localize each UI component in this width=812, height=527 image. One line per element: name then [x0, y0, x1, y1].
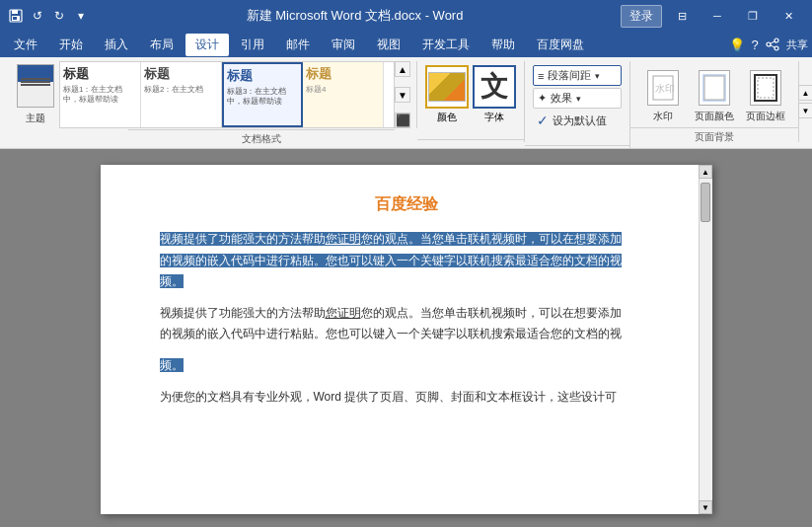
document-area: 百度经验 视频提供了功能强大的方法帮助您证明您的观点。当您单击联机视频时，可以在… — [0, 149, 812, 527]
page-color-label: 页面颜色 — [695, 110, 734, 123]
para2-text2: 您证明 — [326, 306, 361, 320]
doc-scroll-thumb[interactable] — [701, 183, 710, 222]
theme-label: 主题 — [26, 112, 45, 125]
tell-me-icon[interactable]: 💡 — [729, 37, 745, 52]
doc-page[interactable]: 百度经验 视频提供了功能强大的方法帮助您证明您的观点。当您单击联机视频时，可以在… — [101, 165, 712, 514]
redo-icon[interactable]: ↻ — [51, 8, 67, 24]
para1-text2: 您证明 — [326, 232, 361, 246]
para-spacing-label: 段落间距 — [548, 68, 591, 83]
undo-icon[interactable]: ↺ — [30, 8, 45, 24]
svg-line-7 — [771, 41, 775, 43]
check-icon: ✓ — [537, 113, 549, 128]
para4-text1: 为便您的文档具有专业外观，Word 提供了页眉、页脚、封面和文本框设计，这些设计… — [160, 390, 618, 404]
svg-rect-3 — [13, 17, 17, 20]
doc-para-4[interactable]: 为便您的文档具有专业外观，Word 提供了页眉、页脚、封面和文本框设计，这些设计… — [160, 387, 653, 409]
style-item-3[interactable]: 标题 标题3：在主文档 中，标题帮助读 — [222, 62, 303, 127]
watermark-label: 水印 — [653, 110, 673, 123]
doc-para-3[interactable]: 频。 — [160, 355, 653, 377]
menu-insert[interactable]: 插入 — [95, 34, 138, 56]
menu-layout[interactable]: 布局 — [140, 34, 184, 56]
theme-main-button[interactable]: 主题 — [12, 61, 59, 128]
para1-text1: 视频提供了功能强大的方法帮助 — [160, 232, 326, 246]
login-button[interactable]: 登录 — [621, 5, 662, 28]
para1-text4: 的视频的嵌入代码中进行粘贴。您也可以键入一个关键字以联机搜索最适合您的文档的视 — [160, 254, 622, 267]
para-spacing-button[interactable]: ≡ 段落间距 ▾ — [533, 65, 622, 86]
share-icon[interactable] — [765, 37, 780, 52]
set-default-button[interactable]: ✓ 设为默认值 — [533, 111, 622, 130]
page-color-icon — [699, 70, 730, 106]
page-border-button[interactable]: 页面边框 — [741, 65, 790, 128]
customize-icon[interactable]: ▾ — [73, 8, 89, 24]
style-scroll-down[interactable]: ▼ — [395, 87, 410, 103]
minimize-button[interactable]: ─ — [701, 0, 733, 32]
help-icon[interactable]: ? — [747, 37, 763, 52]
ribbon-scroll-up[interactable]: ▲ — [798, 85, 813, 101]
para1-text3: 您的观点。当您单击联机视频时，可以在想要添加 — [361, 232, 622, 246]
style-scroll-expand[interactable]: ⬛ — [395, 113, 410, 128]
font-button[interactable]: 文 — [473, 65, 516, 109]
effects-label: 效果 — [551, 91, 572, 106]
style-item-4[interactable]: 标题 标题4 — [303, 62, 384, 127]
title-bar: ↺ ↻ ▾ 新建 Microsoft Word 文档.docx - Word 登… — [0, 0, 812, 32]
color-label: 颜色 — [437, 111, 457, 124]
svg-point-5 — [775, 46, 778, 50]
para1-text5: 频。 — [160, 274, 184, 288]
page-border-label: 页面边框 — [746, 110, 785, 123]
pagebg-label: 页面背景 — [695, 131, 734, 142]
menu-mailings[interactable]: 邮件 — [276, 34, 320, 56]
ribbon-group-para: ≡ 段落间距 ▾ ✦ 效果 ▾ ✓ 设为默认值 — [525, 61, 630, 148]
title-bar-title: 新建 Microsoft Word 文档.docx - Word — [89, 7, 621, 25]
restore-button[interactable]: ❐ — [737, 0, 769, 32]
ribbon: 主题 标题 标题1：在主文档 中，标题帮助读 标题 标题2：在主文档 标题 — [0, 57, 812, 149]
font-label: 字体 — [484, 111, 504, 124]
docformat-label: 文档格式 — [128, 129, 395, 146]
para2-text3: 您的观点。当您单击联机视频时，可以在想要添加 — [361, 306, 622, 320]
style-item-2[interactable]: 标题 标题2：在主文档 — [141, 62, 222, 127]
effects-button[interactable]: ✦ 效果 ▾ — [533, 88, 622, 109]
svg-rect-1 — [12, 10, 18, 14]
share-label[interactable]: 共享 — [786, 38, 808, 52]
doc-title: 百度经验 — [160, 194, 653, 215]
save-icon[interactable] — [8, 8, 24, 24]
menu-file[interactable]: 文件 — [4, 34, 47, 56]
para2-text1: 视频提供了功能强大的方法帮助 — [160, 306, 326, 320]
svg-point-6 — [767, 42, 771, 46]
title-bar-right: 登录 ⊟ ─ ❐ ✕ — [621, 0, 804, 32]
svg-point-4 — [775, 38, 778, 42]
svg-line-8 — [771, 45, 775, 47]
menu-help[interactable]: 帮助 — [481, 34, 525, 56]
menu-bar: 文件 开始 插入 布局 设计 引用 邮件 审阅 视图 开发工具 帮助 百度网盘 … — [0, 32, 812, 57]
svg-text:水印: 水印 — [655, 83, 675, 94]
ribbon-scroll-down[interactable]: ▼ — [798, 103, 813, 118]
title-bar-left: ↺ ↻ ▾ — [8, 8, 89, 24]
page-bg-group: 水印 水印 页面颜色 — [638, 65, 790, 128]
doc-scrollbar: ▲ ▼ — [699, 165, 712, 514]
doc-scroll-up-button[interactable]: ▲ — [699, 165, 712, 179]
doc-scroll-down-button[interactable]: ▼ — [699, 500, 712, 514]
ribbon-group-pagebg: 水印 水印 页面颜色 — [630, 61, 798, 146]
style-scroll-up[interactable]: ▲ — [395, 61, 410, 77]
menu-developer[interactable]: 开发工具 — [412, 34, 480, 56]
doc-para-1[interactable]: 视频提供了功能强大的方法帮助您证明您的观点。当您单击联机视频时，可以在想要添加 … — [160, 229, 653, 293]
color-button[interactable] — [425, 65, 469, 109]
watermark-button[interactable]: 水印 水印 — [638, 65, 688, 128]
ribbon-group-docformat: 主题 标题 标题1：在主文档 中，标题帮助读 标题 标题2：在主文档 标题 — [6, 61, 417, 128]
close-button[interactable]: ✕ — [773, 0, 804, 32]
menu-baidu-pan[interactable]: 百度网盘 — [527, 34, 594, 56]
page-color-button[interactable]: 页面颜色 — [690, 65, 739, 128]
menu-design[interactable]: 设计 — [185, 34, 229, 56]
page-border-icon — [750, 70, 781, 106]
menu-review[interactable]: 审阅 — [322, 34, 365, 56]
doc-para-2[interactable]: 视频提供了功能强大的方法帮助您证明您的观点。当您单击联机视频时，可以在想要添加 … — [160, 303, 653, 345]
svg-rect-12 — [704, 76, 724, 100]
ribbon-group-colorfont: 颜色 文 字体 — [417, 61, 525, 142]
para3-text1: 频。 — [160, 358, 184, 372]
style-item-1[interactable]: 标题 标题1：在主文档 中，标题帮助读 — [60, 62, 141, 127]
set-default-label: 设为默认值 — [553, 113, 607, 128]
menu-references[interactable]: 引用 — [231, 34, 274, 56]
menu-view[interactable]: 视图 — [367, 34, 410, 56]
watermark-icon: 水印 — [647, 70, 679, 106]
menu-home[interactable]: 开始 — [49, 34, 93, 56]
window-layout-icon[interactable]: ⊟ — [666, 0, 698, 32]
para2-text4: 的视频的嵌入代码中进行粘贴。您也可以键入一个关键字以联机搜索最适合您的文档的视 — [160, 327, 622, 340]
